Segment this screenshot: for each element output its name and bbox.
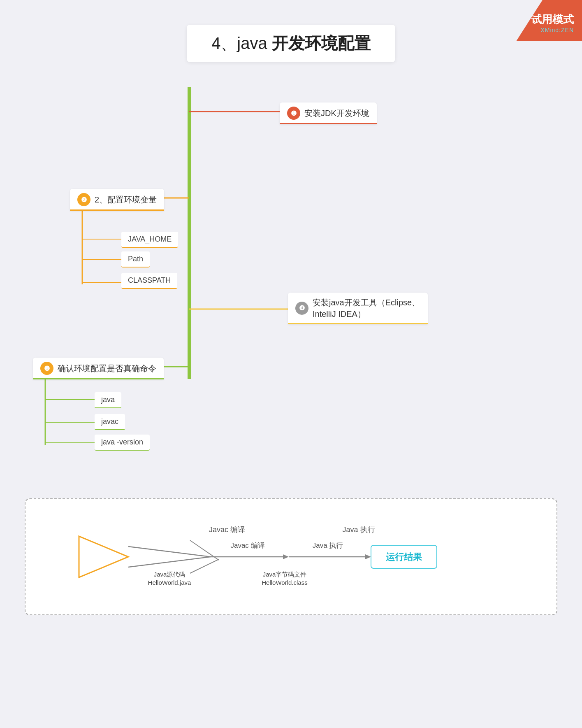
item3-node: ❸ 确认环境配置是否真确命令 [33,358,164,379]
badge-2: ❷ [77,193,90,206]
javac-label-svg: Javac 编译 [230,542,264,549]
item2-node: ❷ 2、配置环境变量 [70,189,164,211]
java-home-node: JAVA_HOME [121,232,178,248]
badge-3: ❸ [40,362,53,375]
run-arrow [365,554,371,559]
mindmap-lines [0,79,582,482]
trial-text: 试用模式 [531,12,574,27]
item4-label: 安装java开发工具（Eclipse、IntelliJ IDEA） [313,297,420,320]
java-cmd-node: java [95,392,121,408]
svg-line-14 [128,557,211,567]
input-triangle [79,536,128,577]
trial-badge: 试用模式 XMind:ZEN [516,0,582,41]
result-text-svg: 运行结果 [386,552,422,562]
page-title: 4、java 开发环境配置 [187,25,395,62]
bytecode-label-svg: Java字节码文件 [263,571,307,578]
javac-cmd-node: javac [95,414,125,430]
java-version-cmd-node: java -version [95,435,150,451]
trial-sub: XMind:ZEN [540,27,574,33]
item3-label: 确认环境配置是否真确命令 [58,363,156,374]
flow-diagram: Javac 编译 Java 执行 运行结果 Javac 编译 Java 执行 [25,498,557,615]
source-label-svg: Java源代码 [154,571,185,578]
svg-line-13 [128,547,211,557]
item1-node: ❶ 安装JDK开发环境 [280,102,377,124]
path-node: Path [121,251,150,267]
item4-node: ❹ 安装java开发工具（Eclipse、IntelliJ IDEA） [288,293,428,324]
flow-svg: Javac 编译 Java 执行 运行结果 Javac 编译 Java 执行 [46,516,536,598]
source-file-svg: HelloWorld.java [148,579,191,586]
badge-1: ❶ [287,107,300,120]
item1-label: 安装JDK开发环境 [304,108,369,119]
main-title-container: 4、java 开发环境配置 [0,25,582,62]
item2-label: 2、配置环境变量 [95,194,157,205]
bytecode-file-svg: HelloWorld.class [262,579,307,586]
compile-label-text: Javac 编译 [209,526,245,534]
badge-4: ❹ [295,302,308,315]
classpath-node: CLASSPATH [121,273,177,289]
compile-arrow [283,554,289,559]
java-exec-label-svg: Java 执行 [313,542,343,549]
brand-xmind: XMind [540,27,559,33]
run-label-text: Java 执行 [342,526,375,534]
svg-line-18 [190,559,219,573]
